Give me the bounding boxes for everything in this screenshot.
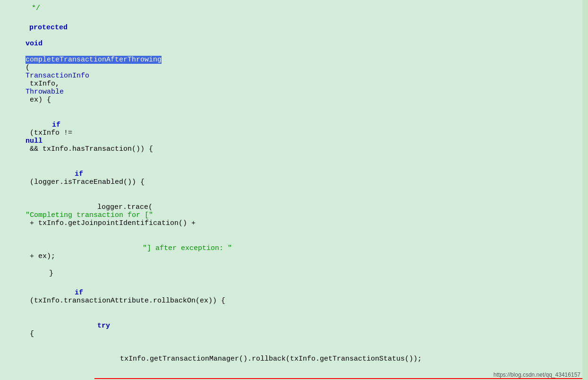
watermark: https://blog.csdn.net/qq_43416157 xyxy=(494,371,580,378)
scrollbar[interactable] xyxy=(582,0,588,380)
code-line: } xyxy=(0,269,588,280)
code-line: "] after exception: " + ex); xyxy=(0,236,588,269)
code-line: if (txInfo.transactionAttribute.rollback… xyxy=(0,280,588,313)
code-line: */ xyxy=(0,4,588,15)
code-container: */ protected void completeTransactionAft… xyxy=(0,0,588,380)
code-line-protected: protected void completeTransactionAfterT… xyxy=(0,15,588,112)
code-line: logger.trace( "Completing transaction fo… xyxy=(0,195,588,236)
code-line: if (txInfo != null && txInfo.hasTransact… xyxy=(0,112,588,162)
code-line: try { xyxy=(0,313,588,346)
code-line: if (logger.isTraceEnabled()) { xyxy=(0,162,588,195)
